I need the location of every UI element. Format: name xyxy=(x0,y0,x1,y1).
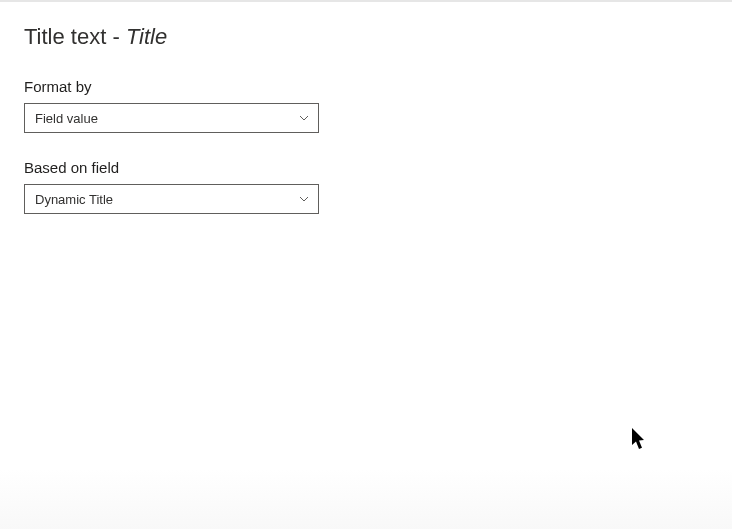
based-on-field-dropdown[interactable]: Dynamic Title xyxy=(24,184,319,214)
chevron-down-icon xyxy=(298,193,310,205)
top-border xyxy=(0,0,732,2)
format-by-value: Field value xyxy=(35,111,98,126)
cursor-icon xyxy=(632,428,650,452)
based-on-field-label: Based on field xyxy=(24,159,708,176)
dialog-title: Title text - Title xyxy=(24,24,708,50)
bottom-fade xyxy=(0,469,732,529)
based-on-field-value: Dynamic Title xyxy=(35,192,113,207)
chevron-down-icon xyxy=(298,112,310,124)
dialog-content: Title text - Title Format by Field value… xyxy=(0,0,732,214)
based-on-field-group: Based on field Dynamic Title xyxy=(24,159,708,214)
format-by-group: Format by Field value xyxy=(24,78,708,133)
format-by-label: Format by xyxy=(24,78,708,95)
dialog-title-prefix: Title text - xyxy=(24,24,126,49)
dialog-title-italic: Title xyxy=(126,24,167,49)
format-by-dropdown[interactable]: Field value xyxy=(24,103,319,133)
